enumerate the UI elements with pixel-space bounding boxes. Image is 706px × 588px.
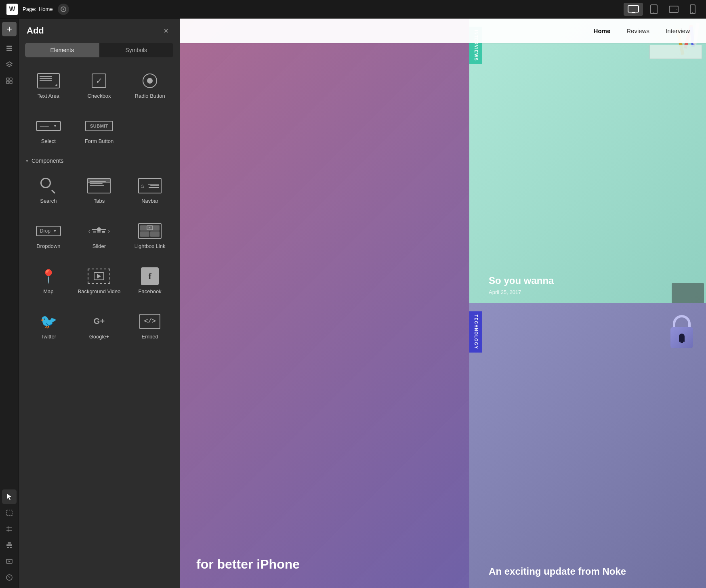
nav-item-reviews[interactable]: Reviews (626, 27, 649, 34)
breakpoints-button[interactable] (2, 522, 17, 536)
bgvideo-icon (86, 267, 112, 285)
svg-rect-28 (7, 547, 9, 548)
component-twitter[interactable]: 🐦 Twitter (23, 303, 74, 347)
svg-rect-12 (7, 29, 12, 29)
slider-icon: ‹ › (86, 222, 112, 240)
assets-button[interactable] (2, 74, 17, 88)
component-facebook[interactable]: f Facebook (125, 258, 175, 302)
panel-close-button[interactable]: × (160, 25, 172, 36)
components-header-label: Components (32, 158, 63, 164)
component-embed[interactable]: </> Embed (125, 303, 175, 347)
page-label: Page: (23, 6, 36, 12)
svg-marker-31 (8, 561, 11, 562)
lightbox-label: Lightbox Link (134, 243, 166, 249)
svg-rect-17 (6, 78, 9, 80)
svg-rect-2 (628, 6, 639, 12)
svg-marker-35 (149, 227, 151, 229)
card1-title: So you wanna (489, 275, 700, 287)
component-lightbox[interactable]: Lightbox Link (125, 212, 175, 257)
element-form-button[interactable]: SUBMIT Form Button (74, 107, 124, 152)
svg-point-6 (653, 12, 654, 13)
nav-item-interview[interactable]: Interview (666, 27, 690, 34)
media-button[interactable] (2, 554, 17, 569)
element-checkbox[interactable]: ✓ Checkbox (74, 62, 124, 107)
svg-point-1 (63, 8, 64, 10)
form-items-grid: Text Area ✓ Checkbox Radio Button (23, 62, 175, 152)
lock-decoration (666, 307, 698, 356)
technology-tag: TECHNOLOGY (469, 311, 482, 353)
dropdown-label: Dropdown (36, 243, 60, 249)
navbar-icon: ⌂ (137, 177, 163, 195)
mobile-landscape-device-button[interactable] (665, 3, 683, 15)
component-dropdown[interactable]: Drop ▼ Dropdown (23, 212, 74, 257)
select-tool-button[interactable] (2, 489, 17, 504)
search-label: Search (40, 198, 57, 204)
component-slider[interactable]: ‹ › (74, 212, 124, 257)
help-button[interactable]: ? (2, 570, 17, 585)
preview-card-interviews: INTERVIEWS (469, 19, 706, 303)
tab-elements[interactable]: Elements (25, 43, 99, 57)
textarea-label: Text Area (38, 93, 59, 99)
svg-marker-21 (7, 494, 12, 500)
svg-rect-19 (6, 81, 9, 84)
mobile-portrait-device-button[interactable] (686, 2, 700, 17)
element-textarea[interactable]: Text Area (23, 62, 74, 107)
card1-content: So you wanna April 25, 2017 (489, 275, 700, 295)
lightbox-icon (137, 222, 163, 240)
svg-rect-4 (630, 13, 636, 13)
preview-right-column: INTERVIEWS (469, 19, 706, 588)
component-navbar[interactable]: ⌂ Navbar (125, 167, 175, 212)
canvas-area[interactable]: Home Reviews Interview for better iPhone… (180, 19, 706, 588)
radio-label: Radio Button (135, 93, 165, 99)
svg-marker-16 (6, 62, 12, 65)
components-arrow-icon: ▼ (25, 159, 29, 163)
tab-symbols[interactable]: Symbols (99, 43, 174, 57)
svg-rect-29 (10, 547, 12, 548)
svg-rect-13 (6, 46, 12, 47)
form-button-icon: SUBMIT (86, 117, 112, 135)
component-bgvideo[interactable]: Background Video (74, 258, 124, 302)
embed-icon: </> (137, 313, 163, 330)
svg-text:?: ? (8, 575, 11, 580)
nav-item-home[interactable]: Home (594, 27, 611, 34)
desktop-device-button[interactable] (624, 3, 643, 16)
tablet-device-button[interactable] (646, 2, 662, 17)
googleplus-icon: G+ (86, 313, 112, 330)
section-select-button[interactable] (2, 506, 17, 520)
add-panel: Add × Elements Symbols Text Area (19, 19, 180, 588)
twitter-icon: 🐦 (36, 313, 61, 330)
svg-point-8 (677, 9, 677, 10)
items-scroll-area: Text Area ✓ Checkbox Radio Button (19, 59, 180, 588)
component-search[interactable]: Search (23, 167, 74, 212)
page-indicator: Page: Home (23, 6, 53, 12)
website-preview: Home Reviews Interview for better iPhone… (180, 19, 706, 588)
dropdown-icon: Drop ▼ (36, 222, 61, 240)
tabs-label: Tabs (94, 198, 105, 204)
element-radio[interactable]: Radio Button (125, 62, 175, 107)
svg-rect-18 (10, 78, 12, 80)
components-panel-button[interactable] (2, 538, 17, 552)
svg-rect-22 (6, 510, 12, 516)
page-settings-button[interactable] (58, 4, 69, 15)
map-icon: 📍 (36, 267, 61, 285)
preview-card-technology: TECHNOLOGY An exciting update from Noke (469, 303, 706, 588)
facebook-label: Facebook (139, 288, 162, 294)
twitter-label: Twitter (41, 334, 56, 340)
pages-button[interactable] (2, 41, 17, 56)
element-select[interactable]: —— ▼ Select (23, 107, 74, 152)
svg-point-10 (692, 12, 693, 13)
card1-date: April 25, 2017 (489, 289, 700, 295)
device-switcher (624, 2, 700, 17)
sidebar-icons: ? (0, 19, 19, 588)
layers-button[interactable] (2, 57, 17, 72)
component-map[interactable]: 📍 Map (23, 258, 74, 302)
components-section-header[interactable]: ▼ Components (23, 153, 175, 167)
components-grid: Search Tabs (23, 167, 175, 347)
top-bar: W Page: Home (0, 0, 706, 19)
component-googleplus[interactable]: G+ Google+ (74, 303, 124, 347)
search-icon (36, 177, 61, 195)
component-tabs[interactable]: Tabs (74, 167, 124, 212)
preview-nav: Home Reviews Interview (180, 19, 706, 43)
card2-title: An exciting update from Noke (489, 566, 700, 578)
add-element-button[interactable] (2, 22, 17, 36)
